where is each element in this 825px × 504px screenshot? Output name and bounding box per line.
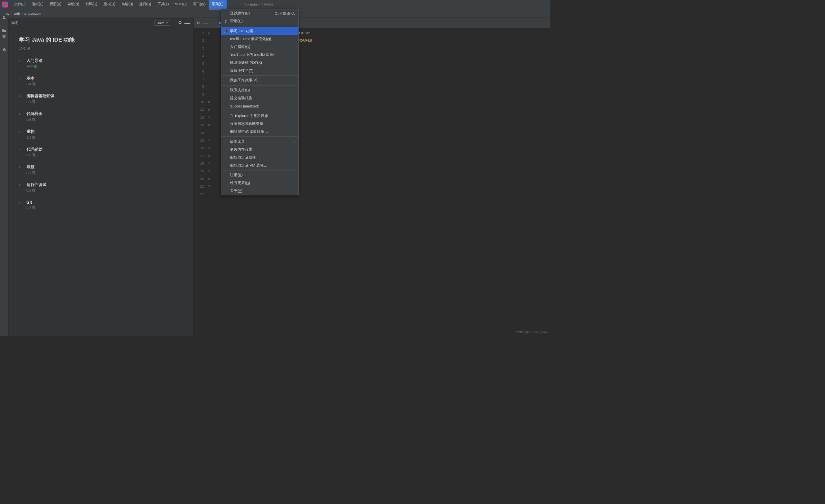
breadcrumb-item[interactable]: my — [3, 11, 11, 15]
learn-progress: 1/42 课 — [19, 46, 183, 51]
help-menu-item[interactable]: 编辑自定义 VM 选项… — [221, 161, 299, 169]
window-title: my - pom.xml (web) — [243, 2, 273, 6]
menu-f[interactable]: 文件(F) — [11, 0, 29, 9]
lesson-item[interactable]: ›Git0/7 课 — [19, 200, 183, 210]
menu-u[interactable]: 运行(U) — [136, 0, 154, 9]
menu-item-label: 编辑自定义 VM 选项… — [230, 163, 267, 168]
lesson-progress: 0/7 课 — [27, 100, 54, 104]
help-menu-item[interactable]: 注册(R)… — [221, 171, 299, 179]
menu-item-label: 入门指南(G) — [230, 44, 250, 49]
help-menu-item[interactable]: 入门指南(G) — [221, 43, 299, 51]
menu-separator — [221, 170, 299, 171]
chevron-right-icon: › — [19, 165, 22, 169]
help-menu-item[interactable]: ?帮助(H) — [221, 17, 299, 25]
menu-separator — [221, 75, 299, 76]
menu-n[interactable]: 导航(N) — [64, 0, 82, 9]
help-menu-item[interactable]: 诊断工具› — [221, 138, 299, 146]
help-menu-item[interactable]: 联系支持(S)… — [221, 86, 299, 94]
menu-v[interactable]: 视图(V) — [46, 0, 64, 9]
help-menu-item[interactable]: 🎓学习 IDE 功能 — [221, 27, 299, 35]
lesson-item[interactable]: ›入门导览已完成 — [19, 58, 183, 69]
menu-item-label: IntelliJ IDEA 最新变化(N) — [230, 36, 271, 41]
help-menu-item[interactable]: 收集日志和诊断数据 — [221, 120, 299, 128]
menu-item-label: 帮助(H) — [230, 19, 243, 23]
breadcrumb-item[interactable]: web — [12, 11, 21, 15]
help-menu-item[interactable]: 删除残留的 IDE 目录… — [221, 128, 299, 136]
lesson-title: 基本 — [27, 76, 36, 81]
fold-column[interactable]: ⊟⊖⊖⊖⊖⊖⊖⊟⊖⊖⊟⊟ — [206, 28, 211, 336]
menu-item-label: 在 Explorer 中显示日志 — [230, 113, 268, 118]
lesson-item[interactable]: ›基本0/4 课 — [19, 76, 183, 86]
chevron-right-icon: › — [19, 77, 22, 80]
menu-item-label: 每日小技巧(T) — [230, 68, 253, 73]
help-menu-item[interactable]: 更改内存设置 — [221, 146, 299, 153]
help-menu-item[interactable]: Submit Feedback — [221, 102, 299, 110]
lesson-title: Git — [27, 200, 36, 204]
menu-item-label: 学习 IDE 功能 — [230, 29, 253, 33]
menu-h[interactable]: 帮助(H) — [209, 0, 226, 9]
lesson-item[interactable]: ›代码补全0/5 课 — [19, 111, 183, 122]
help-menu-item[interactable]: 编辑自定义属性… — [221, 153, 299, 161]
lesson-item[interactable]: ›代码辅助0/5 课 — [19, 147, 183, 157]
help-menu-item[interactable]: 查找操作(F)…Ctrl+Shift+A — [221, 9, 299, 17]
menu-t[interactable]: 工具(T) — [154, 0, 172, 9]
menu-item-label: 检查更新(C)… — [230, 181, 254, 186]
lesson-title: 编辑器基础知识 — [27, 94, 54, 99]
menu-s[interactable]: VCS(S) — [172, 0, 190, 9]
help-menu-item[interactable]: 提交错误报告… — [221, 94, 299, 102]
lesson-title: 代码辅助 — [27, 147, 42, 152]
language-selector[interactable]: Java — [154, 20, 170, 26]
lesson-title: 导航 — [27, 165, 36, 170]
project-tool-button[interactable]: 项目 — [2, 19, 6, 23]
menu-item-label: 我的工作效率(P) — [230, 78, 257, 83]
help-menu-item[interactable]: IntelliJ IDEA 最新变化(N) — [221, 35, 299, 43]
menu-item-label: 关于(A) — [230, 189, 242, 194]
menu-item-label: Submit Feedback — [230, 104, 259, 108]
menu-c[interactable]: 代码(C) — [82, 0, 100, 9]
menu-w[interactable]: 窗口(W) — [190, 0, 209, 9]
lesson-item[interactable]: ›运行并调试0/2 课 — [19, 182, 183, 193]
menu-r[interactable]: 重构(R) — [100, 0, 118, 9]
learn-panel-title: 学习 — [12, 21, 152, 25]
help-menu-item[interactable]: YouTube 上的 IntelliJ IDEA — [221, 51, 299, 59]
learn-panel: 学习 Java ⚙ — 学习 Java 的 IDE 功能 1/42 课 ›入门导… — [8, 18, 194, 336]
help-menu-item[interactable]: 关于(A) — [221, 187, 299, 195]
folder-icon — [2, 29, 6, 33]
help-menu-item[interactable]: 检查更新(C)… — [221, 179, 299, 187]
help-menu: 查找操作(F)…Ctrl+Shift+A?帮助(H)🎓学习 IDE 功能Inte… — [221, 9, 299, 195]
learn-heading: 学习 Java 的 IDE 功能 — [19, 36, 183, 44]
menu-item-label: 键盘快捷键 PDF(K) — [230, 60, 262, 65]
help-menu-item[interactable]: 键盘快捷键 PDF(K) — [221, 59, 299, 67]
help-menu-item[interactable]: 每日小技巧(T) — [221, 67, 299, 75]
menu-e[interactable]: 编辑(E) — [29, 0, 46, 9]
menu-item-label: 诊断工具 — [230, 139, 245, 144]
help-menu-item[interactable]: 我的工作效率(P) — [221, 77, 299, 84]
learn-tool-button[interactable]: 学习 — [2, 38, 6, 42]
lesson-progress: 0/7 课 — [27, 205, 36, 210]
lesson-item[interactable]: ›重构0/4 课 — [19, 129, 183, 140]
lesson-progress: 0/4 课 — [27, 135, 36, 140]
menu-item-shortcut: Ctrl+Shift+A — [275, 11, 295, 15]
gear-icon[interactable]: ⚙ — [178, 20, 182, 25]
lesson-title: 入门导览 — [27, 58, 42, 63]
chevron-right-icon: › — [19, 201, 22, 205]
menu-item-label: 更改内存设置 — [230, 147, 252, 152]
lesson-title: 重构 — [27, 129, 36, 134]
app-logo-icon — [2, 2, 8, 8]
left-tool-rail: 项目 学习 — [0, 18, 8, 336]
lesson-progress: 0/2 课 — [27, 188, 46, 193]
menu-item-label: 查找操作(F)… — [230, 11, 253, 15]
menu-item-label: 删除残留的 IDE 目录… — [230, 129, 268, 134]
minimize-icon[interactable]: — — [203, 20, 208, 26]
maven-file-icon: m — [24, 11, 27, 15]
lesson-progress: 已完成 — [27, 64, 42, 69]
minimize-icon[interactable]: — — [184, 19, 190, 26]
help-menu-item[interactable]: 在 Explorer 中显示日志 — [221, 112, 299, 120]
lesson-item[interactable]: ›导航0/7 课 — [19, 165, 183, 175]
menu-item-label: 收集日志和诊断数据 — [230, 121, 263, 126]
lesson-item[interactable]: ›编辑器基础知识0/7 课 — [19, 94, 183, 104]
chevron-right-icon: › — [19, 183, 22, 187]
menu-b[interactable]: 构建(B) — [119, 0, 136, 9]
breadcrumb-item[interactable]: mpom.xml — [23, 11, 43, 15]
gear-icon[interactable]: ⚙ — [197, 21, 200, 25]
